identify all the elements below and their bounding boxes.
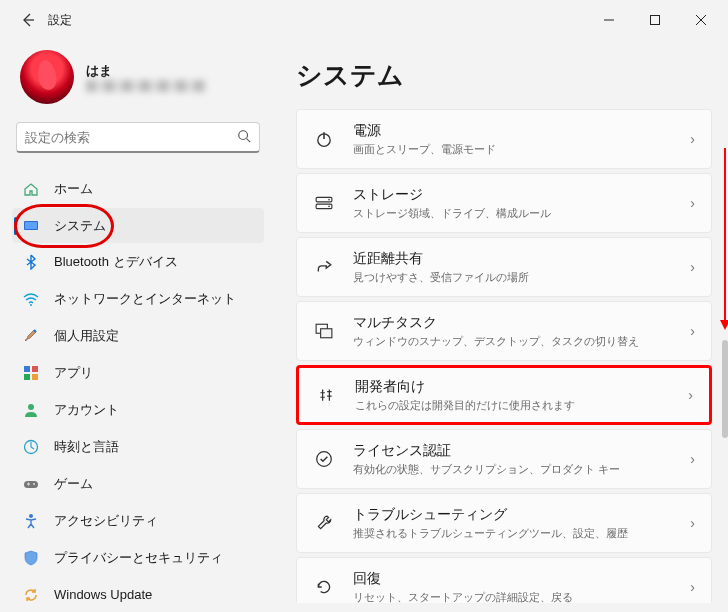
avatar	[20, 50, 74, 104]
card-desc: 推奨されるトラブルシューティングツール、設定、履歴	[353, 526, 672, 541]
svg-rect-20	[321, 329, 332, 338]
scrollbar[interactable]	[722, 340, 728, 438]
nav-label: Windows Update	[54, 587, 152, 602]
nav-home[interactable]: ホーム	[12, 171, 264, 206]
card-multitask[interactable]: マルチタスク ウィンドウのスナップ、デスクトップ、タスクの切り替え ›	[296, 301, 712, 361]
apps-icon	[22, 364, 40, 382]
card-desc: ウィンドウのスナップ、デスクトップ、タスクの切り替え	[353, 334, 672, 349]
chevron-right-icon: ›	[690, 195, 695, 211]
svg-rect-11	[24, 481, 38, 488]
developer-icon	[315, 386, 337, 404]
maximize-icon	[650, 15, 660, 25]
chevron-right-icon: ›	[690, 451, 695, 467]
card-recovery[interactable]: 回復 リセット、スタートアップの詳細設定、戻る ›	[296, 557, 712, 603]
card-troubleshoot[interactable]: トラブルシューティング 推奨されるトラブルシューティングツール、設定、履歴 ›	[296, 493, 712, 553]
bluetooth-icon	[22, 253, 40, 271]
search-input[interactable]	[25, 130, 237, 145]
nav-accessibility[interactable]: アクセシビリティ	[12, 503, 264, 538]
nav-time-language[interactable]: 時刻と言語	[12, 430, 264, 465]
svg-rect-7	[24, 374, 30, 380]
nav-bluetooth[interactable]: Bluetooth とデバイス	[12, 245, 264, 280]
system-icon	[22, 217, 40, 235]
nav-privacy[interactable]: プライバシーとセキュリティ	[12, 540, 264, 575]
card-title: ストレージ	[353, 186, 672, 204]
multitask-icon	[313, 322, 335, 340]
profile-sub	[86, 80, 206, 92]
nav-label: ホーム	[54, 180, 93, 198]
card-nearby[interactable]: 近距離共有 見つけやすさ、受信ファイルの場所 ›	[296, 237, 712, 297]
svg-point-1	[239, 130, 248, 139]
nav-gaming[interactable]: ゲーム	[12, 466, 264, 501]
card-desc: ストレージ領域、ドライブ、構成ルール	[353, 206, 672, 221]
svg-point-4	[30, 304, 32, 306]
nav-apps[interactable]: アプリ	[12, 356, 264, 391]
nav-label: ゲーム	[54, 475, 93, 493]
svg-rect-3	[25, 222, 37, 229]
card-title: ライセンス認証	[353, 442, 672, 460]
nav-accounts[interactable]: アカウント	[12, 393, 264, 428]
back-button[interactable]	[14, 6, 42, 34]
page-heading: システム	[296, 58, 712, 93]
nav-label: プライバシーとセキュリティ	[54, 549, 223, 567]
card-title: 近距離共有	[353, 250, 672, 268]
annotation-arrow	[724, 148, 726, 328]
nav-label: ネットワークとインターネット	[54, 290, 236, 308]
svg-rect-5	[24, 366, 30, 372]
search-box[interactable]	[16, 122, 260, 153]
card-storage[interactable]: ストレージ ストレージ領域、ドライブ、構成ルール ›	[296, 173, 712, 233]
nav-label: アクセシビリティ	[54, 512, 158, 530]
svg-rect-6	[32, 366, 38, 372]
close-button[interactable]	[678, 4, 724, 36]
main-panel: システム 電源 画面とスリープ、電源モード › ストレージ ストレージ領域、ドラ…	[272, 40, 728, 612]
recovery-icon	[313, 578, 335, 596]
titlebar: 設定	[0, 0, 728, 40]
card-power[interactable]: 電源 画面とスリープ、電源モード ›	[296, 109, 712, 169]
svg-point-12	[33, 483, 35, 485]
globe-clock-icon	[22, 438, 40, 456]
chevron-right-icon: ›	[690, 259, 695, 275]
maximize-button[interactable]	[632, 4, 678, 36]
close-icon	[696, 15, 706, 25]
nav-windows-update[interactable]: Windows Update	[12, 577, 264, 612]
window-title: 設定	[48, 12, 72, 29]
card-developer[interactable]: 開発者向け これらの設定は開発目的だけに使用されます ›	[296, 365, 712, 425]
card-desc: 有効化の状態、サブスクリプション、プロダクト キー	[353, 462, 672, 477]
card-desc: これらの設定は開発目的だけに使用されます	[355, 398, 670, 413]
nav-label: 個人用設定	[54, 327, 119, 345]
svg-rect-0	[651, 16, 660, 25]
card-title: トラブルシューティング	[353, 506, 672, 524]
brush-icon	[22, 327, 40, 345]
svg-point-13	[29, 514, 33, 518]
nav-list: ホーム システム Bluetooth とデバイス ネットワークとインターネット …	[12, 171, 264, 612]
nav-network[interactable]: ネットワークとインターネット	[12, 282, 264, 317]
card-activation[interactable]: ライセンス認証 有効化の状態、サブスクリプション、プロダクト キー ›	[296, 429, 712, 489]
nav-label: 時刻と言語	[54, 438, 119, 456]
nav-personalization[interactable]: 個人用設定	[12, 319, 264, 354]
card-desc: 見つけやすさ、受信ファイルの場所	[353, 270, 672, 285]
wrench-icon	[313, 514, 335, 532]
chevron-right-icon: ›	[688, 387, 693, 403]
wifi-icon	[22, 290, 40, 308]
sidebar: はま ホーム システム Bluetooth とデバイス	[0, 40, 272, 612]
shield-icon	[22, 549, 40, 567]
profile-name: はま	[86, 62, 206, 80]
profile-block[interactable]: はま	[12, 40, 264, 122]
nav-system[interactable]: システム	[12, 208, 264, 243]
card-title: 回復	[353, 570, 672, 588]
search-icon	[237, 129, 251, 146]
nav-label: システム	[54, 217, 106, 235]
nav-label: アプリ	[54, 364, 93, 382]
check-icon	[313, 450, 335, 468]
chevron-right-icon: ›	[690, 515, 695, 531]
nav-label: アカウント	[54, 401, 119, 419]
gamepad-icon	[22, 475, 40, 493]
accessibility-icon	[22, 512, 40, 530]
svg-rect-8	[32, 374, 38, 380]
svg-point-18	[328, 206, 330, 208]
card-desc: 画面とスリープ、電源モード	[353, 142, 672, 157]
card-title: 電源	[353, 122, 672, 140]
svg-point-21	[317, 452, 332, 467]
minimize-button[interactable]	[586, 4, 632, 36]
settings-list: 電源 画面とスリープ、電源モード › ストレージ ストレージ領域、ドライブ、構成…	[296, 109, 712, 603]
card-title: 開発者向け	[355, 378, 670, 396]
